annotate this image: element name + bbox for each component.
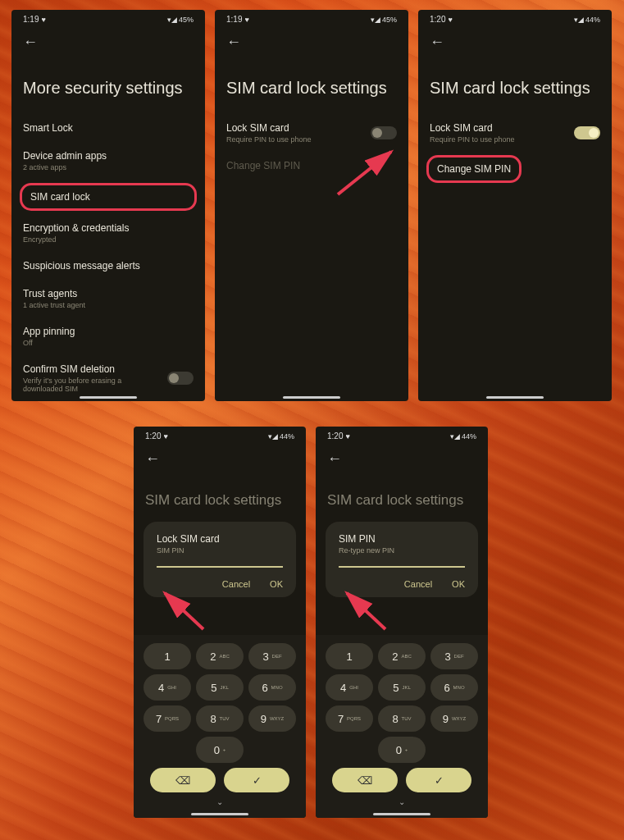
- status-time: 1:19: [226, 15, 242, 24]
- row-lock-sim[interactable]: Lock SIM card Require PIN to use phone: [215, 114, 408, 152]
- home-indicator[interactable]: [80, 396, 137, 399]
- key-0[interactable]: 0+: [378, 737, 426, 763]
- status-bar: 1:19 ♥ ▾◢ 45%: [11, 10, 205, 25]
- pin-dialog: SIM PIN Re-type new PIN Cancel OK: [326, 522, 478, 597]
- screen-retype-pin: 1:20 ♥ ▾◢ 44% ← SIM card lock settings S…: [316, 427, 488, 818]
- row-confirm-sim-deletion[interactable]: Confirm SIM deletion Verify it's you bef…: [11, 355, 205, 401]
- key-2[interactable]: 2ABC: [196, 643, 244, 669]
- key-5[interactable]: 5JKL: [196, 674, 244, 701]
- back-button[interactable]: ←: [215, 25, 408, 54]
- enter-key[interactable]: ✓: [406, 768, 471, 792]
- status-time: 1:20: [327, 431, 343, 441]
- row-change-pin: Change SIM PIN: [215, 152, 408, 180]
- row-app-pinning[interactable]: App pinning Off: [11, 317, 205, 355]
- toggle-confirm-sim[interactable]: [167, 372, 194, 385]
- back-button[interactable]: ←: [418, 25, 612, 54]
- status-time: 1:20: [145, 431, 161, 441]
- row-sim-card-lock[interactable]: SIM card lock: [20, 183, 197, 211]
- page-title: SIM card lock settings: [134, 471, 306, 522]
- key-9[interactable]: 9WXYZ: [248, 705, 296, 732]
- pin-dialog: Lock SIM card SIM PIN Cancel OK: [143, 522, 296, 597]
- dialog-title: Lock SIM card: [157, 533, 283, 545]
- key-blank: [248, 737, 296, 763]
- key-3[interactable]: 3DEF: [430, 643, 478, 669]
- back-button[interactable]: ←: [316, 442, 488, 471]
- status-bar: 1:20 ♥ ▾◢ 44%: [418, 10, 612, 25]
- key-6[interactable]: 6MNO: [430, 674, 478, 701]
- back-button[interactable]: ←: [134, 442, 306, 471]
- battery-text: 44%: [462, 432, 476, 441]
- row-change-pin[interactable]: Change SIM PIN: [426, 155, 522, 183]
- key-7[interactable]: 7PQRS: [143, 705, 191, 732]
- wifi-icon: ▾◢: [167, 16, 177, 24]
- home-indicator[interactable]: [373, 813, 430, 815]
- heart-icon: ♥: [41, 16, 45, 24]
- key-7[interactable]: 7PQRS: [326, 705, 373, 732]
- cancel-button[interactable]: Cancel: [404, 579, 432, 589]
- screen-sim-lock-on: 1:20 ♥ ▾◢ 44% ← SIM card lock settings L…: [418, 10, 612, 401]
- ok-button[interactable]: OK: [270, 579, 283, 589]
- home-indicator[interactable]: [191, 813, 248, 815]
- page-title: SIM card lock settings: [418, 54, 612, 114]
- screen-enter-pin: 1:20 ♥ ▾◢ 44% ← SIM card lock settings L…: [134, 427, 306, 818]
- pin-input[interactable]: [157, 566, 283, 568]
- key-blank: [326, 737, 373, 763]
- key-3[interactable]: 3DEF: [248, 643, 296, 669]
- cancel-button[interactable]: Cancel: [222, 579, 250, 589]
- collapse-keyboard-icon[interactable]: ⌄: [139, 797, 301, 806]
- row-device-admin[interactable]: Device admin apps 2 active apps: [11, 142, 205, 180]
- key-5[interactable]: 5JKL: [378, 674, 426, 701]
- page-title: SIM card lock settings: [215, 54, 408, 114]
- signal-icon: ▾◢: [574, 16, 584, 24]
- key-1[interactable]: 1: [143, 643, 191, 669]
- toggle-lock-sim[interactable]: [371, 126, 397, 139]
- screen-sim-lock-off: 1:19 ♥ ▾◢ 45% ← SIM card lock settings L…: [215, 10, 408, 401]
- svg-line-2: [347, 593, 385, 629]
- toggle-lock-sim[interactable]: [574, 126, 600, 139]
- heart-icon: ♥: [163, 432, 167, 441]
- key-2[interactable]: 2ABC: [378, 643, 426, 669]
- row-lock-sim[interactable]: Lock SIM card Require PIN to use phone: [418, 114, 612, 152]
- pin-input[interactable]: [339, 566, 465, 568]
- row-encryption[interactable]: Encryption & credentials Encrypted: [11, 214, 205, 252]
- key-0[interactable]: 0+: [196, 737, 244, 763]
- status-time: 1:19: [23, 15, 39, 24]
- signal-icon: ▾◢: [268, 432, 278, 441]
- svg-line-1: [165, 593, 203, 629]
- key-9[interactable]: 9WXYZ: [430, 705, 478, 732]
- dialog-subtitle: Re-type new PIN: [339, 546, 465, 555]
- heart-icon: ♥: [345, 432, 349, 441]
- row-smart-lock[interactable]: Smart Lock: [11, 114, 205, 142]
- backspace-key[interactable]: ⌫: [332, 768, 398, 792]
- heart-icon: ♥: [448, 16, 452, 24]
- key-8[interactable]: 8TUV: [196, 705, 244, 732]
- collapse-keyboard-icon[interactable]: ⌄: [321, 797, 483, 806]
- signal-icon: ▾◢: [450, 432, 460, 441]
- status-bar: 1:20 ♥ ▾◢ 44%: [134, 427, 306, 442]
- status-time: 1:20: [430, 15, 445, 24]
- ok-button[interactable]: OK: [452, 579, 465, 589]
- row-suspicious[interactable]: Suspicious message alerts: [11, 252, 205, 280]
- numeric-keypad: 1 2ABC 3DEF 4GHI 5JKL 6MNO 7PQRS 8TUV 9W…: [316, 635, 488, 818]
- battery-text: 44%: [280, 432, 294, 441]
- backspace-key[interactable]: ⌫: [150, 768, 216, 792]
- row-trust-agents[interactable]: Trust agents 1 active trust agent: [11, 280, 205, 317]
- home-indicator[interactable]: [486, 396, 544, 399]
- page-title: SIM card lock settings: [316, 471, 488, 522]
- heart-icon: ♥: [244, 16, 248, 24]
- key-4[interactable]: 4GHI: [326, 674, 373, 701]
- signal-icon: ▾◢: [371, 16, 380, 24]
- key-blank: [430, 737, 478, 763]
- status-bar: 1:20 ♥ ▾◢ 44%: [316, 427, 488, 442]
- back-button[interactable]: ←: [11, 25, 205, 54]
- key-4[interactable]: 4GHI: [143, 674, 191, 701]
- key-6[interactable]: 6MNO: [248, 674, 296, 701]
- battery-text: 45%: [179, 16, 194, 24]
- status-bar: 1:19 ♥ ▾◢ 45%: [215, 10, 408, 25]
- page-title: More security settings: [11, 54, 205, 114]
- dialog-subtitle: SIM PIN: [157, 546, 283, 555]
- home-indicator[interactable]: [283, 396, 340, 399]
- key-1[interactable]: 1: [326, 643, 373, 669]
- key-8[interactable]: 8TUV: [378, 705, 426, 732]
- enter-key[interactable]: ✓: [224, 768, 289, 792]
